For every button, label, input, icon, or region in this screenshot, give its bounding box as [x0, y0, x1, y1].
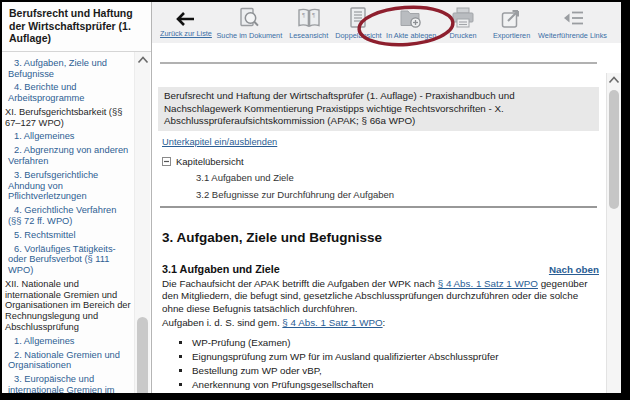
toc-item[interactable]: 3. Aufgaben, Ziele und Befugnisse — [5, 58, 131, 80]
paragraph-text: : — [383, 317, 386, 328]
toc-item[interactable]: 4. Berichte und Arbeitsprogramme — [5, 82, 131, 104]
toc-list: 3. Aufgaben, Ziele und Befugnisse4. Beri… — [2, 52, 151, 393]
chapter-overview-label: Kapitelübersicht — [176, 156, 244, 167]
paragraph: Aufgaben i. d. S. sind gem. § 4 Abs. 1 S… — [162, 317, 599, 329]
task-list: WP-Prüfung (Examen)Eignungsprüfung zum W… — [158, 338, 599, 393]
print-button[interactable]: Drucken — [441, 6, 485, 40]
toc-item[interactable]: 3. Berufsgerichtliche Ahndung von Pflich… — [5, 170, 131, 202]
toolbar-label: Weiterführende Links — [538, 31, 607, 40]
double-view-icon — [346, 6, 370, 30]
task-list-item: Anerkennung von Prüfungsgesellschaften — [192, 380, 599, 390]
toc-item[interactable]: XII. Nationale und internationale Gremie… — [5, 279, 131, 333]
task-list-item: Eignungsprüfung zum WP für im Ausland qu… — [192, 352, 599, 362]
back-arrow-icon — [175, 6, 197, 28]
main-panel: Zurück zur Liste Suche im Dokument ¶¶ Le… — [152, 2, 621, 393]
divider — [160, 62, 597, 64]
sidebar-scrollbar[interactable] — [134, 52, 150, 393]
export-button[interactable]: Exportieren — [490, 6, 534, 40]
search-in-document-button[interactable]: Suche im Dokument — [216, 6, 282, 40]
toc-item[interactable]: 2. Nationale Gremien und Organisationen — [5, 350, 131, 372]
toolbar-label: Zurück zur Liste — [160, 29, 212, 38]
paragraph: Die Fachaufsicht der APAK betrifft die A… — [162, 278, 599, 315]
export-icon — [500, 6, 524, 30]
document-header: Berufsrecht und Haftung der Wirtschaftsp… — [158, 87, 599, 131]
task-list-item: WP-Prüfung (Examen) — [192, 338, 599, 348]
related-links-icon — [560, 6, 586, 30]
divider — [160, 206, 597, 208]
law-reference-link[interactable]: § 4 Abs. 1 Satz 1 WPO — [282, 317, 382, 328]
document-view: Berufsrecht und Haftung der Wirtschaftsp… — [152, 43, 621, 393]
toc-item[interactable]: 2. Abgrenzung von anderen Verfahren — [5, 145, 131, 167]
toolbar-label: In Akte ablegen — [386, 31, 436, 40]
paragraph-text: Die Fachaufsicht der APAK betrifft die A… — [162, 278, 438, 289]
sidebar-scrollbar-thumb[interactable] — [137, 317, 148, 393]
file-to-dossier-button[interactable]: In Akte ablegen — [386, 6, 436, 40]
svg-text:¶: ¶ — [302, 12, 305, 18]
toolbar-label: Drucken — [449, 31, 476, 40]
toc-item[interactable]: 5. Rechtsmittel — [5, 230, 131, 241]
reading-view-icon: ¶¶ — [296, 6, 322, 30]
content-scrollbar-thumb[interactable] — [609, 90, 619, 209]
scroll-up-icon[interactable] — [608, 76, 620, 84]
section-heading: 3. Aufgaben, Ziele und Befugnisse — [162, 230, 599, 245]
paragraph-text: Aufgaben i. d. S. sind gem. — [162, 317, 282, 328]
toc-item[interactable]: 1. Allgemeines — [5, 336, 131, 347]
printer-icon — [450, 6, 476, 30]
back-to-top-link[interactable]: Nach oben — [549, 264, 599, 275]
toc-item[interactable]: 3. Europäische und internationale Gremie… — [5, 374, 131, 393]
folder-add-icon — [398, 6, 424, 30]
sidebar: Berufsrecht und Haftung der Wirtschaftsp… — [2, 2, 152, 393]
scroll-up-icon[interactable] — [137, 56, 149, 64]
related-links-button[interactable]: Weiterführende Links — [538, 6, 607, 40]
task-list-item: Bestellung zum WP oder vBP, — [192, 366, 599, 376]
document-search-icon — [237, 6, 261, 30]
toolbar-label: Doppelansicht — [335, 31, 381, 40]
chapter-overview-item[interactable]: 3.2 Befugnisse zur Durchführung der Aufg… — [196, 189, 599, 200]
app-window: Berufsrecht und Haftung der Wirtschaftsp… — [2, 2, 621, 393]
law-reference-link[interactable]: § 4 Abs. 1 Satz 1 WPO — [438, 278, 538, 289]
chapter-overview: Kapitelübersicht 3.1 Aufgaben und Ziele3… — [162, 156, 599, 200]
reading-view-button[interactable]: ¶¶ Leseansicht — [287, 6, 331, 40]
toolbar-label: Leseansicht — [289, 31, 328, 40]
toggle-subchapters-link[interactable]: Unterkapitel ein/ausblenden — [162, 137, 277, 147]
screenshot-frame: Berufsrecht und Haftung der Wirtschaftsp… — [0, 0, 630, 400]
chapter-overview-list: 3.1 Aufgaben und Ziele3.2 Befugnisse zur… — [196, 172, 599, 200]
subsection-heading: 3.1 Aufgaben und Ziele — [162, 263, 280, 275]
back-to-list-button[interactable]: Zurück zur Liste — [160, 6, 212, 38]
toc-item[interactable]: XI. Berufsgerichtsbarkeit (§§ 67–127 WPO… — [5, 107, 131, 129]
toc-item[interactable]: 6. Vorläufiges Tätigkeits- oder Berufsve… — [5, 244, 131, 276]
svg-text:¶: ¶ — [312, 12, 315, 18]
toolbar-label: Exportieren — [493, 31, 530, 40]
collapse-icon[interactable] — [162, 157, 171, 166]
chapter-overview-item[interactable]: 3.1 Aufgaben und Ziele — [196, 172, 599, 183]
sidebar-document-title: Berufsrecht und Haftung der Wirtschaftsp… — [2, 2, 151, 52]
toc-item[interactable]: 4. Gerichtliche Verfahren (§§ 72 ff. WPO… — [5, 205, 131, 227]
toolbar-label: Suche im Dokument — [216, 31, 282, 40]
toc-item[interactable]: 1. Allgemeines — [5, 131, 131, 142]
toolbar: Zurück zur Liste Suche im Dokument ¶¶ Le… — [152, 2, 621, 43]
double-view-button[interactable]: Doppelansicht — [335, 6, 381, 40]
sidebar-toc: 3. Aufgaben, Ziele und Befugnisse4. Beri… — [2, 52, 151, 393]
content-scrollbar[interactable] — [606, 73, 621, 393]
